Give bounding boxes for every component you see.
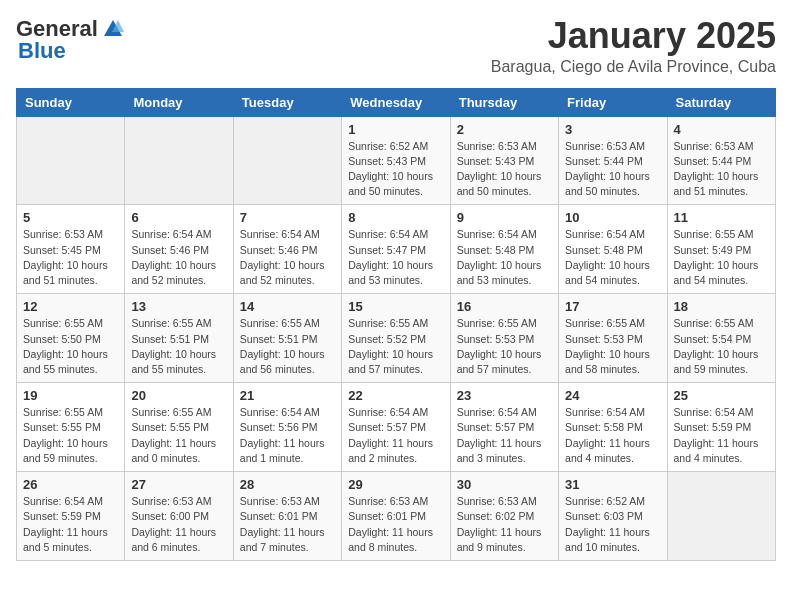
day-info: Sunrise: 6:54 AM Sunset: 5:48 PM Dayligh… — [457, 227, 552, 288]
day-number: 20 — [131, 388, 226, 403]
column-header-tuesday: Tuesday — [233, 88, 341, 116]
calendar-cell: 6Sunrise: 6:54 AM Sunset: 5:46 PM Daylig… — [125, 205, 233, 294]
calendar-cell: 16Sunrise: 6:55 AM Sunset: 5:53 PM Dayli… — [450, 294, 558, 383]
day-number: 23 — [457, 388, 552, 403]
day-info: Sunrise: 6:52 AM Sunset: 6:03 PM Dayligh… — [565, 494, 660, 555]
day-number: 2 — [457, 122, 552, 137]
calendar-table: SundayMondayTuesdayWednesdayThursdayFrid… — [16, 88, 776, 561]
day-number: 27 — [131, 477, 226, 492]
day-info: Sunrise: 6:53 AM Sunset: 5:44 PM Dayligh… — [674, 139, 769, 200]
column-header-sunday: Sunday — [17, 88, 125, 116]
calendar-cell: 29Sunrise: 6:53 AM Sunset: 6:01 PM Dayli… — [342, 472, 450, 561]
day-number: 1 — [348, 122, 443, 137]
day-info: Sunrise: 6:55 AM Sunset: 5:54 PM Dayligh… — [674, 316, 769, 377]
calendar-cell: 25Sunrise: 6:54 AM Sunset: 5:59 PM Dayli… — [667, 383, 775, 472]
day-number: 17 — [565, 299, 660, 314]
day-number: 15 — [348, 299, 443, 314]
day-info: Sunrise: 6:55 AM Sunset: 5:52 PM Dayligh… — [348, 316, 443, 377]
day-number: 7 — [240, 210, 335, 225]
calendar-cell — [233, 116, 341, 205]
day-number: 9 — [457, 210, 552, 225]
calendar-cell: 31Sunrise: 6:52 AM Sunset: 6:03 PM Dayli… — [559, 472, 667, 561]
calendar-cell: 18Sunrise: 6:55 AM Sunset: 5:54 PM Dayli… — [667, 294, 775, 383]
calendar-cell: 12Sunrise: 6:55 AM Sunset: 5:50 PM Dayli… — [17, 294, 125, 383]
day-number: 22 — [348, 388, 443, 403]
calendar-cell: 26Sunrise: 6:54 AM Sunset: 5:59 PM Dayli… — [17, 472, 125, 561]
day-info: Sunrise: 6:54 AM Sunset: 5:59 PM Dayligh… — [23, 494, 118, 555]
day-info: Sunrise: 6:55 AM Sunset: 5:51 PM Dayligh… — [240, 316, 335, 377]
day-number: 21 — [240, 388, 335, 403]
logo: General Blue — [16, 16, 124, 64]
calendar-cell: 13Sunrise: 6:55 AM Sunset: 5:51 PM Dayli… — [125, 294, 233, 383]
day-info: Sunrise: 6:55 AM Sunset: 5:53 PM Dayligh… — [565, 316, 660, 377]
page-header: General Blue January 2025 Baragua, Ciego… — [16, 16, 776, 76]
day-number: 5 — [23, 210, 118, 225]
day-number: 10 — [565, 210, 660, 225]
calendar-cell: 2Sunrise: 6:53 AM Sunset: 5:43 PM Daylig… — [450, 116, 558, 205]
calendar-cell: 28Sunrise: 6:53 AM Sunset: 6:01 PM Dayli… — [233, 472, 341, 561]
calendar-cell: 3Sunrise: 6:53 AM Sunset: 5:44 PM Daylig… — [559, 116, 667, 205]
day-info: Sunrise: 6:54 AM Sunset: 5:57 PM Dayligh… — [457, 405, 552, 466]
calendar-week-row: 5Sunrise: 6:53 AM Sunset: 5:45 PM Daylig… — [17, 205, 776, 294]
day-number: 19 — [23, 388, 118, 403]
day-number: 25 — [674, 388, 769, 403]
calendar-week-row: 1Sunrise: 6:52 AM Sunset: 5:43 PM Daylig… — [17, 116, 776, 205]
day-info: Sunrise: 6:53 AM Sunset: 6:00 PM Dayligh… — [131, 494, 226, 555]
calendar-cell: 19Sunrise: 6:55 AM Sunset: 5:55 PM Dayli… — [17, 383, 125, 472]
column-header-monday: Monday — [125, 88, 233, 116]
day-number: 4 — [674, 122, 769, 137]
day-info: Sunrise: 6:55 AM Sunset: 5:51 PM Dayligh… — [131, 316, 226, 377]
day-info: Sunrise: 6:55 AM Sunset: 5:55 PM Dayligh… — [23, 405, 118, 466]
day-info: Sunrise: 6:55 AM Sunset: 5:49 PM Dayligh… — [674, 227, 769, 288]
column-header-friday: Friday — [559, 88, 667, 116]
location-title: Baragua, Ciego de Avila Province, Cuba — [491, 58, 776, 76]
day-info: Sunrise: 6:55 AM Sunset: 5:55 PM Dayligh… — [131, 405, 226, 466]
month-title: January 2025 — [491, 16, 776, 56]
calendar-cell: 1Sunrise: 6:52 AM Sunset: 5:43 PM Daylig… — [342, 116, 450, 205]
day-number: 6 — [131, 210, 226, 225]
calendar-cell: 23Sunrise: 6:54 AM Sunset: 5:57 PM Dayli… — [450, 383, 558, 472]
calendar-week-row: 19Sunrise: 6:55 AM Sunset: 5:55 PM Dayli… — [17, 383, 776, 472]
day-info: Sunrise: 6:54 AM Sunset: 5:46 PM Dayligh… — [240, 227, 335, 288]
day-info: Sunrise: 6:53 AM Sunset: 6:02 PM Dayligh… — [457, 494, 552, 555]
calendar-week-row: 26Sunrise: 6:54 AM Sunset: 5:59 PM Dayli… — [17, 472, 776, 561]
calendar-cell: 9Sunrise: 6:54 AM Sunset: 5:48 PM Daylig… — [450, 205, 558, 294]
day-number: 18 — [674, 299, 769, 314]
calendar-cell — [667, 472, 775, 561]
day-number: 26 — [23, 477, 118, 492]
day-number: 11 — [674, 210, 769, 225]
day-info: Sunrise: 6:54 AM Sunset: 5:48 PM Dayligh… — [565, 227, 660, 288]
day-info: Sunrise: 6:55 AM Sunset: 5:50 PM Dayligh… — [23, 316, 118, 377]
column-header-thursday: Thursday — [450, 88, 558, 116]
day-info: Sunrise: 6:54 AM Sunset: 5:59 PM Dayligh… — [674, 405, 769, 466]
day-info: Sunrise: 6:54 AM Sunset: 5:46 PM Dayligh… — [131, 227, 226, 288]
day-number: 12 — [23, 299, 118, 314]
calendar-cell: 4Sunrise: 6:53 AM Sunset: 5:44 PM Daylig… — [667, 116, 775, 205]
day-number: 3 — [565, 122, 660, 137]
calendar-cell: 24Sunrise: 6:54 AM Sunset: 5:58 PM Dayli… — [559, 383, 667, 472]
calendar-cell: 21Sunrise: 6:54 AM Sunset: 5:56 PM Dayli… — [233, 383, 341, 472]
logo-blue: Blue — [18, 38, 66, 64]
day-info: Sunrise: 6:53 AM Sunset: 5:43 PM Dayligh… — [457, 139, 552, 200]
day-number: 29 — [348, 477, 443, 492]
calendar-cell: 22Sunrise: 6:54 AM Sunset: 5:57 PM Dayli… — [342, 383, 450, 472]
day-number: 24 — [565, 388, 660, 403]
day-info: Sunrise: 6:54 AM Sunset: 5:58 PM Dayligh… — [565, 405, 660, 466]
calendar-cell: 5Sunrise: 6:53 AM Sunset: 5:45 PM Daylig… — [17, 205, 125, 294]
day-info: Sunrise: 6:53 AM Sunset: 6:01 PM Dayligh… — [240, 494, 335, 555]
day-info: Sunrise: 6:54 AM Sunset: 5:57 PM Dayligh… — [348, 405, 443, 466]
day-info: Sunrise: 6:53 AM Sunset: 5:44 PM Dayligh… — [565, 139, 660, 200]
calendar-cell: 20Sunrise: 6:55 AM Sunset: 5:55 PM Dayli… — [125, 383, 233, 472]
day-info: Sunrise: 6:53 AM Sunset: 6:01 PM Dayligh… — [348, 494, 443, 555]
day-number: 31 — [565, 477, 660, 492]
day-number: 13 — [131, 299, 226, 314]
calendar-cell: 15Sunrise: 6:55 AM Sunset: 5:52 PM Dayli… — [342, 294, 450, 383]
day-info: Sunrise: 6:54 AM Sunset: 5:56 PM Dayligh… — [240, 405, 335, 466]
calendar-cell — [125, 116, 233, 205]
day-info: Sunrise: 6:52 AM Sunset: 5:43 PM Dayligh… — [348, 139, 443, 200]
day-number: 14 — [240, 299, 335, 314]
day-number: 30 — [457, 477, 552, 492]
calendar-cell: 11Sunrise: 6:55 AM Sunset: 5:49 PM Dayli… — [667, 205, 775, 294]
title-block: January 2025 Baragua, Ciego de Avila Pro… — [491, 16, 776, 76]
calendar-cell: 30Sunrise: 6:53 AM Sunset: 6:02 PM Dayli… — [450, 472, 558, 561]
